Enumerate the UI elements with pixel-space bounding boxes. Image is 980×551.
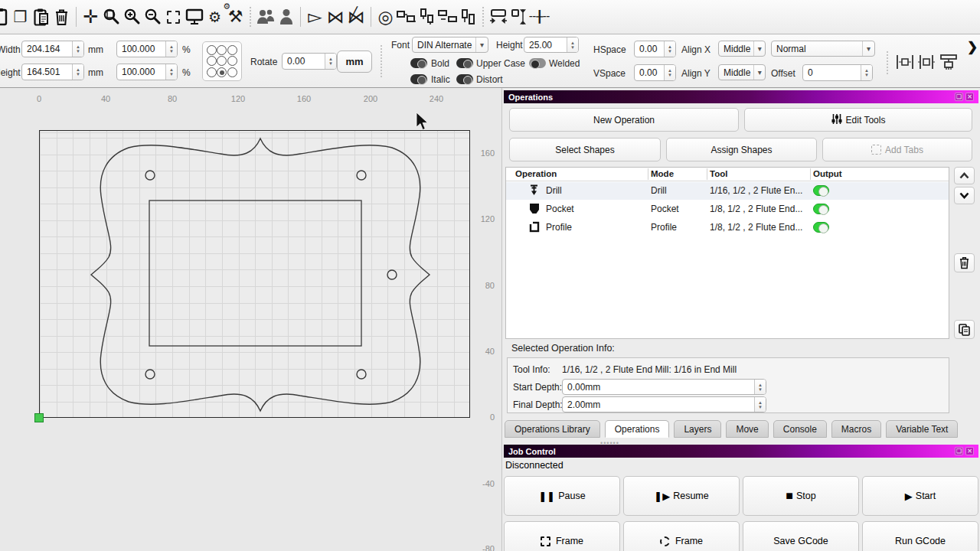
close-window-icon[interactable]: ✕ — [965, 447, 974, 455]
plaque-design[interactable] — [39, 130, 472, 419]
distort-toggle[interactable] — [456, 74, 473, 84]
col-header-output[interactable]: Output — [813, 168, 842, 181]
anchor-bottom-right[interactable] — [227, 67, 237, 77]
operations-title-bar[interactable]: Operations ❏ ✕ — [504, 90, 978, 103]
anchor-top-right[interactable] — [227, 45, 237, 55]
table-row-profile[interactable]: Profile Profile 1/8, 1/2 , 2 Flute End..… — [506, 219, 949, 236]
stepper[interactable]: ▲▼ — [567, 37, 578, 52]
move-icon[interactable]: ✛ — [80, 5, 101, 29]
snap-spacing-icon[interactable]: ╌╂╌ — [529, 5, 550, 29]
new-operation-button[interactable]: New Operation — [509, 108, 739, 132]
tab-layers[interactable]: Layers — [674, 420, 721, 438]
tab-move[interactable]: Move — [726, 420, 768, 438]
anchor-bottom-left[interactable] — [207, 67, 217, 77]
frame-square-button[interactable]: Frame — [504, 521, 620, 551]
mirror-horizontal-icon[interactable]: ⋈ — [325, 5, 346, 29]
group-objects-icon[interactable] — [255, 5, 276, 29]
assign-shapes-button[interactable]: Assign Shapes — [666, 138, 817, 161]
col-header-mode[interactable]: Mode — [651, 168, 674, 181]
output-toggle[interactable] — [813, 204, 829, 214]
stop-button[interactable]: ■Stop — [743, 476, 859, 516]
copy-icon[interactable]: ❐ — [10, 5, 31, 29]
table-row-drill[interactable]: Drill Drill 1/16, 1/2 , 2 Flute En... — [506, 182, 949, 200]
offset-input[interactable]: 0▲▼ — [802, 64, 873, 81]
align-y-dropdown[interactable]: Middle▾ — [718, 64, 766, 80]
anchor-top-left[interactable] — [207, 45, 217, 55]
stepper[interactable]: ▲▼ — [165, 41, 177, 57]
anchor-mid-right[interactable] — [227, 56, 237, 66]
paste-partial-icon[interactable] — [0, 5, 10, 29]
anchor-bottom-center[interactable] — [217, 67, 227, 77]
font-height-input[interactable]: 25.00▲▼ — [524, 37, 579, 53]
job-control-title-bar[interactable]: Job Control ❏ ✕ — [504, 445, 978, 458]
delete-operation-button[interactable] — [954, 253, 975, 272]
paste-icon[interactable] — [31, 5, 51, 29]
resume-button[interactable]: ❚▶Resume — [623, 476, 740, 516]
col-header-operation[interactable]: Operation — [515, 168, 557, 181]
stepper[interactable]: ▲▼ — [72, 64, 83, 80]
height-percent-input[interactable]: 100.000▲▼ — [116, 64, 178, 80]
distribute-horizontal-icon[interactable] — [437, 5, 458, 29]
frame-circle-button[interactable]: Frame — [623, 521, 740, 551]
width-percent-input[interactable]: 100.000▲▼ — [116, 41, 178, 57]
ungroup-object-icon[interactable] — [276, 5, 296, 29]
origin-target-icon[interactable]: ◎ — [375, 5, 396, 29]
zoom-in-icon[interactable] — [122, 5, 142, 29]
tab-variable-text[interactable]: Variable Text — [886, 420, 958, 438]
trash-icon[interactable] — [51, 5, 72, 29]
duplicate-operation-button[interactable] — [954, 320, 975, 339]
tab-operations-library[interactable]: Operations Library — [505, 420, 600, 438]
material-boundary[interactable] — [39, 130, 470, 418]
expand-toolbar-chevron[interactable]: ❯ — [967, 39, 978, 55]
width-input[interactable]: 204.164▲▼ — [21, 41, 84, 57]
align-nodes-vertical-icon[interactable] — [416, 5, 437, 29]
stepper[interactable]: ▲▼ — [325, 54, 336, 69]
tab-console[interactable]: Console — [773, 420, 827, 438]
units-button[interactable]: mm — [337, 51, 372, 73]
distribute-vertical-icon[interactable] — [458, 5, 479, 29]
stepper[interactable]: ▲▼ — [165, 64, 177, 80]
close-window-icon[interactable]: ✕ — [965, 93, 974, 101]
bold-toggle[interactable] — [410, 58, 427, 68]
stepper[interactable]: ▲▼ — [754, 380, 766, 394]
rotate-input[interactable]: 0.00▲▼ — [282, 53, 337, 70]
select-shapes-button[interactable]: Select Shapes — [509, 138, 661, 161]
align-x-dropdown[interactable]: Middle▾ — [718, 41, 766, 57]
move-row-up-button[interactable] — [954, 167, 975, 184]
col-header-tool[interactable]: Tool — [710, 168, 727, 181]
stepper[interactable]: ▲▼ — [664, 41, 675, 57]
fit-screen-icon[interactable] — [184, 5, 204, 29]
style-dropdown[interactable]: Normal▾ — [771, 41, 875, 57]
hspace-input[interactable]: 0.00▲▼ — [634, 41, 676, 57]
spacing-vertical-icon[interactable] — [508, 5, 529, 29]
start-depth-input[interactable]: 0.00mm▲▼ — [562, 379, 766, 395]
align-nodes-horizontal-icon[interactable] — [396, 5, 416, 29]
pause-button[interactable]: ❚❚Pause — [504, 476, 620, 516]
anchor-mid-left[interactable] — [207, 56, 217, 66]
run-gcode-button[interactable]: Run GCode — [862, 521, 978, 551]
operations-table[interactable]: Operation Mode Tool Output Drill Drill 1… — [505, 167, 949, 339]
stepper[interactable]: ▲▼ — [72, 41, 83, 57]
output-toggle[interactable] — [813, 185, 829, 196]
weld-tree-icon[interactable] — [939, 54, 959, 75]
tab-macros[interactable]: Macros — [831, 420, 881, 438]
origin-marker[interactable] — [34, 413, 44, 422]
table-row-pocket[interactable]: Pocket Pocket 1/8, 1/2 , 2 Flute End... — [506, 201, 949, 218]
zoom-out-icon[interactable] — [142, 5, 163, 29]
stepper[interactable]: ▲▼ — [754, 397, 766, 412]
stepper[interactable]: ▲▼ — [664, 65, 675, 80]
settings-gears-icon[interactable]: ⚙⚙ — [204, 5, 225, 29]
save-gcode-button[interactable]: Save GCode — [743, 521, 859, 551]
add-tabs-button[interactable]: Add Tabs — [822, 138, 972, 161]
upper-case-toggle[interactable] — [456, 58, 473, 68]
design-canvas[interactable]: 0 40 80 120 160 200 240 160 120 80 40 0 … — [0, 88, 502, 551]
height-input[interactable]: 164.501▲▼ — [21, 64, 84, 80]
move-row-down-button[interactable] — [954, 187, 975, 204]
font-dropdown[interactable]: DIN Alternate▾ — [412, 37, 488, 53]
final-depth-input[interactable]: 2.00mm▲▼ — [562, 396, 766, 412]
spacing-horizontal-icon[interactable] — [488, 5, 508, 29]
float-window-icon[interactable]: ❏ — [955, 447, 963, 455]
float-window-icon[interactable]: ❏ — [955, 93, 963, 101]
mirror-off-icon[interactable]: ⋈╱ — [346, 5, 367, 29]
path-direction-icon[interactable]: ▻ — [305, 5, 325, 29]
